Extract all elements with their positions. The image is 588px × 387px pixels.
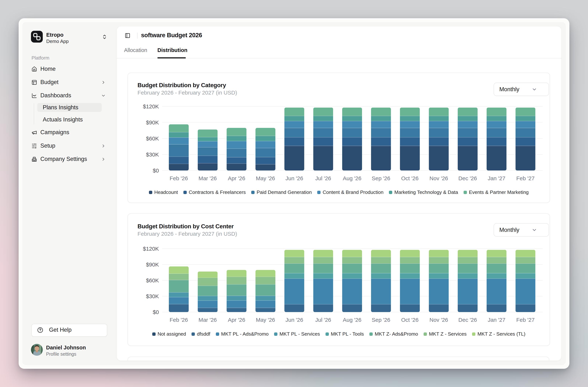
svg-text:Jul '26: Jul '26 [315, 175, 331, 181]
svg-text:$30K: $30K [146, 151, 159, 158]
svg-text:$0: $0 [153, 167, 159, 174]
svg-text:May '26: May '26 [256, 317, 275, 323]
svg-text:Nov '26: Nov '26 [429, 175, 448, 181]
svg-text:Jun '26: Jun '26 [286, 175, 303, 181]
svg-text:May '26: May '26 [256, 175, 275, 181]
svg-text:Aug '26: Aug '26 [343, 175, 361, 181]
svg-text:Jan '27: Jan '27 [488, 317, 505, 323]
svg-text:Apr '26: Apr '26 [228, 317, 245, 323]
svg-text:Apr '26: Apr '26 [228, 175, 245, 181]
svg-text:Jun '26: Jun '26 [286, 317, 303, 323]
svg-text:Sep '26: Sep '26 [372, 317, 390, 323]
svg-text:$60K: $60K [146, 277, 159, 284]
svg-text:Aug '26: Aug '26 [343, 317, 361, 323]
svg-text:Feb '27: Feb '27 [516, 317, 535, 323]
svg-text:Dec '26: Dec '26 [459, 317, 477, 323]
svg-text:$30K: $30K [146, 293, 159, 299]
svg-text:Sep '26: Sep '26 [372, 175, 390, 181]
svg-text:$90K: $90K [146, 262, 159, 267]
svg-text:Jul '26: Jul '26 [315, 317, 331, 323]
svg-text:$120K: $120K [143, 103, 159, 109]
svg-text:Dec '26: Dec '26 [459, 175, 477, 181]
svg-text:$120K: $120K [143, 246, 159, 252]
svg-text:Feb '26: Feb '26 [169, 317, 188, 323]
svg-text:$0: $0 [153, 309, 159, 315]
svg-text:$60K: $60K [146, 135, 159, 142]
svg-text:Oct '26: Oct '26 [401, 175, 419, 181]
svg-text:Mar '26: Mar '26 [199, 175, 217, 181]
svg-text:Feb '27: Feb '27 [516, 175, 535, 181]
svg-text:Mar '26: Mar '26 [199, 317, 217, 323]
svg-text:Nov '26: Nov '26 [429, 317, 448, 323]
svg-text:Oct '26: Oct '26 [401, 317, 419, 323]
svg-text:$90K: $90K [146, 120, 159, 125]
svg-text:Feb '26: Feb '26 [169, 175, 188, 181]
svg-text:Jan '27: Jan '27 [488, 175, 505, 181]
